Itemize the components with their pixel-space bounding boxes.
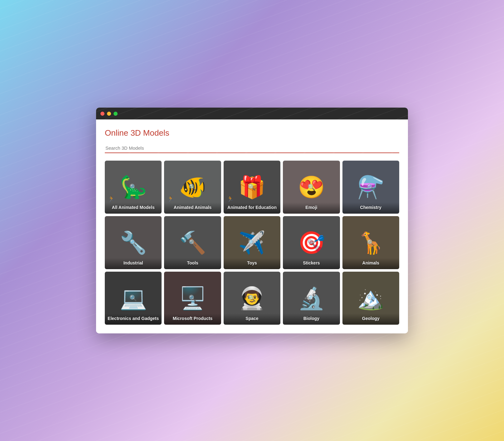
minimize-button[interactable] — [107, 112, 111, 116]
category-card-emoji[interactable]: 😍🔍Emoji — [283, 161, 340, 214]
category-card-microsoft[interactable]: 🖥️🔍Microsoft Products — [164, 272, 221, 325]
search-icon: 🔍 — [248, 239, 256, 246]
search-icon: 🔍 — [129, 239, 137, 246]
search-icon: 🔍 — [248, 294, 256, 302]
search-icon: 🔍 — [367, 239, 375, 246]
animated-model-icon: 🏃 — [167, 196, 174, 202]
toys-label: Toys — [224, 258, 280, 269]
animated-model-icon: 🏃 — [108, 196, 115, 202]
search-icon: 🔍 — [308, 294, 315, 302]
chemistry-label: Chemistry — [342, 202, 399, 214]
app-window: Online 3D Models 🏃🦕🔍All Animated Models🏃… — [96, 108, 408, 333]
close-button[interactable] — [100, 112, 104, 116]
search-icon: 🔍 — [248, 183, 256, 191]
search-icon: 🔍 — [189, 294, 196, 302]
electronics-label: Electronics and Gadgets — [105, 313, 162, 325]
category-card-toys[interactable]: ✈️🔍Toys — [224, 216, 280, 269]
search-icon: 🔍 — [129, 294, 137, 302]
all-animated-label: All Animated Models — [105, 202, 162, 214]
stickers-label: Stickers — [283, 258, 340, 269]
category-card-animals[interactable]: 🦒🔍Animals — [342, 216, 399, 269]
search-icon: 🔍 — [189, 239, 196, 246]
page-title: Online 3D Models — [105, 128, 399, 138]
search-input[interactable] — [105, 143, 399, 153]
animated-animals-label: Animated Animals — [164, 202, 221, 214]
animated-education-label: Animated for Education — [224, 202, 280, 214]
category-card-geology[interactable]: 🏔️🔍Geology — [342, 272, 399, 325]
search-icon: 🔍 — [367, 294, 375, 302]
category-card-electronics[interactable]: 💻🔍Electronics and Gadgets — [105, 272, 162, 325]
category-card-all-animated[interactable]: 🏃🦕🔍All Animated Models — [105, 161, 162, 214]
category-card-animated-education[interactable]: 🏃🎁🔍Animated for Education — [224, 161, 280, 214]
category-card-animated-animals[interactable]: 🏃🐠🔍Animated Animals — [164, 161, 221, 214]
search-icon: 🔍 — [308, 183, 315, 191]
emoji-label: Emoji — [283, 202, 340, 214]
category-card-stickers[interactable]: 🎯🔍Stickers — [283, 216, 340, 269]
tools-label: Tools — [164, 258, 221, 269]
microsoft-label: Microsoft Products — [164, 313, 221, 325]
animals-label: Animals — [342, 258, 399, 269]
search-icon: 🔍 — [367, 183, 375, 191]
animated-model-icon: 🏃 — [227, 196, 234, 202]
industrial-label: Industrial — [105, 258, 162, 269]
category-card-space[interactable]: 👨‍🚀🔍Space — [224, 272, 280, 325]
space-label: Space — [224, 313, 280, 325]
main-content: Online 3D Models 🏃🦕🔍All Animated Models🏃… — [96, 119, 408, 333]
biology-label: Biology — [283, 313, 340, 325]
category-card-tools[interactable]: 🔨🔍Tools — [164, 216, 221, 269]
category-grid: 🏃🦕🔍All Animated Models🏃🐠🔍Animated Animal… — [105, 161, 399, 325]
geology-label: Geology — [342, 313, 399, 325]
titlebar — [96, 108, 408, 119]
maximize-button[interactable] — [114, 112, 118, 116]
search-icon: 🔍 — [308, 239, 315, 246]
category-card-biology[interactable]: 🔬🔍Biology — [283, 272, 340, 325]
category-card-chemistry[interactable]: ⚗️🔍Chemistry — [342, 161, 399, 214]
category-card-industrial[interactable]: 🔧🔍Industrial — [105, 216, 162, 269]
search-icon: 🔍 — [129, 183, 137, 191]
search-icon: 🔍 — [189, 183, 196, 191]
